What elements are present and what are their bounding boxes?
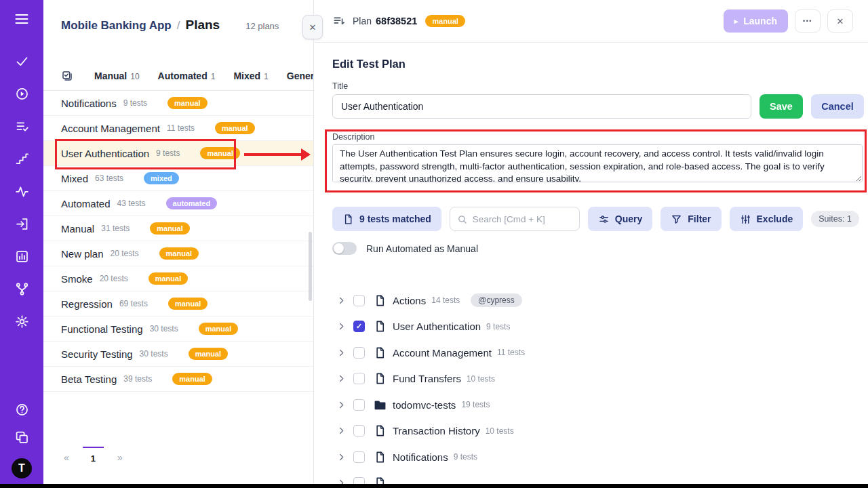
plan-badge: manual xyxy=(215,122,255,134)
toggle-label: Run Automated as Manual xyxy=(366,243,478,254)
chevron-right-icon[interactable] xyxy=(336,348,347,358)
suite-name[interactable]: Fund Transfers xyxy=(393,373,461,384)
chevron-right-icon[interactable] xyxy=(336,452,347,462)
chevron-right-icon[interactable] xyxy=(336,296,347,306)
query-button[interactable]: Query xyxy=(588,207,652,231)
chevron-right-icon[interactable] xyxy=(336,400,347,410)
close-plan-button[interactable]: ✕ xyxy=(827,9,853,33)
title-row: Save Cancel xyxy=(332,94,864,119)
settings-icon[interactable] xyxy=(15,314,29,329)
check-icon[interactable] xyxy=(15,54,29,68)
chevron-right-icon[interactable] xyxy=(336,373,347,384)
pagination-first[interactable]: « xyxy=(60,447,73,463)
report-icon[interactable] xyxy=(15,249,29,264)
suite-name[interactable]: User Authentication xyxy=(393,321,481,332)
project-name[interactable]: Mobile Banking App xyxy=(61,19,172,33)
plan-row[interactable]: Smoke 20 tests manual xyxy=(43,266,313,291)
plan-name: Notifications xyxy=(61,98,117,109)
signin-icon[interactable] xyxy=(15,217,29,231)
plans-tab[interactable]: Gener xyxy=(287,70,313,81)
play-icon: ▸ xyxy=(734,17,738,26)
plan-row[interactable]: Functional Testing 30 tests manual xyxy=(43,317,313,342)
pagination-current-page[interactable]: 1 xyxy=(83,447,104,464)
title-input[interactable] xyxy=(332,94,751,119)
suite-checkbox[interactable] xyxy=(353,425,365,436)
description-textarea[interactable]: The User Authentication Test Plan ensure… xyxy=(332,144,863,182)
plan-row[interactable]: Mixed 63 tests mixed xyxy=(43,166,313,191)
bottom-bar xyxy=(0,484,868,488)
select-all-icon[interactable] xyxy=(61,70,73,82)
plan-row[interactable]: Regression 69 tests manual xyxy=(43,291,313,317)
section-title: Plans xyxy=(186,18,220,33)
page-title: Edit Test Plan xyxy=(332,58,868,70)
plan-row[interactable]: Account Management 11 tests manual xyxy=(43,116,313,141)
suite-checkbox[interactable] xyxy=(353,347,365,359)
plan-tests-count: 39 tests xyxy=(123,374,152,384)
plan-name: Beta Testing xyxy=(61,373,117,385)
pagination-last[interactable]: » xyxy=(113,447,127,463)
save-button[interactable]: Save xyxy=(760,94,803,119)
runs-icon[interactable] xyxy=(15,87,29,101)
suite-row: Actions 14 tests @cypress xyxy=(332,287,868,314)
exclude-button[interactable]: Exclude xyxy=(730,207,804,231)
search-input[interactable] xyxy=(473,214,572,224)
plan-row[interactable]: Manual 31 tests manual xyxy=(43,216,313,241)
app-logo[interactable]: T xyxy=(12,458,32,479)
plans-tab[interactable]: Automated 1 xyxy=(158,70,216,81)
suite-checkbox[interactable] xyxy=(353,321,365,332)
list-check-icon[interactable] xyxy=(15,119,29,134)
breadcrumb-divider: / xyxy=(177,19,180,33)
plan-tests-count: 63 tests xyxy=(95,174,123,183)
suite-checkbox[interactable] xyxy=(353,295,365,306)
chevron-right-icon[interactable] xyxy=(336,321,347,331)
tab-label: Mixed xyxy=(233,70,260,81)
chevron-right-icon[interactable] xyxy=(336,426,347,436)
suite-checkbox[interactable] xyxy=(353,373,365,384)
plan-badge: automated xyxy=(166,197,218,209)
plan-row[interactable]: Security Testing 30 tests manual xyxy=(43,342,313,367)
plans-scrollbar-thumb[interactable] xyxy=(309,232,312,301)
suites-list: Actions 14 tests @cypress User Authentic… xyxy=(332,287,868,470)
plan-badge: manual xyxy=(167,97,208,109)
help-icon[interactable] xyxy=(15,403,29,417)
plan-tests-count: 69 tests xyxy=(119,299,148,308)
plan-row[interactable]: Beta Testing 39 tests manual xyxy=(43,367,313,392)
suite-type-icon xyxy=(374,320,387,333)
plan-badge: manual xyxy=(425,15,465,27)
tab-count: 10 xyxy=(130,72,139,81)
branch-icon[interactable] xyxy=(15,282,29,296)
plan-badge: mixed xyxy=(144,172,179,184)
plan-row[interactable]: New plan 20 tests manual xyxy=(43,241,313,266)
filter-button[interactable]: Filter xyxy=(660,207,721,231)
plan-id: 68f38521 xyxy=(376,16,417,26)
plan-row[interactable]: Automated 43 tests automated xyxy=(43,191,313,216)
suite-name[interactable]: Actions xyxy=(393,295,426,306)
plan-row[interactable]: User Authentication 9 tests manual xyxy=(43,141,313,166)
tests-toolbar: 9 tests matched Query Filter Exclude xyxy=(332,207,868,231)
plans-tab[interactable]: Manual 10 xyxy=(94,70,140,81)
plan-detail-header: Plan 68f38521 manual ▸ Launch ••• ✕ xyxy=(315,0,868,43)
plan-label: Plan xyxy=(353,16,372,26)
tests-matched-button[interactable]: 9 tests matched xyxy=(332,207,441,231)
close-plans-button[interactable]: ✕ xyxy=(302,15,323,39)
plan-row[interactable]: Notifications 9 tests manual xyxy=(43,91,313,116)
activity-icon[interactable] xyxy=(15,184,29,199)
plan-name: Automated xyxy=(61,198,111,209)
suite-checkbox[interactable] xyxy=(353,451,365,463)
plan-name: New plan xyxy=(61,248,104,260)
suite-name[interactable]: Transaction History xyxy=(393,425,480,436)
run-automated-toggle[interactable] xyxy=(332,242,357,255)
suite-checkbox[interactable] xyxy=(353,399,365,411)
suite-tests-count: 10 tests xyxy=(467,374,495,384)
plans-tab[interactable]: Mixed 1 xyxy=(233,70,268,81)
projects-icon[interactable] xyxy=(15,430,29,445)
cancel-button[interactable]: Cancel xyxy=(811,94,864,119)
menu-icon[interactable] xyxy=(14,11,30,27)
plans-tab-list: Manual 10 Automated 1 Mixed 1 Gener xyxy=(94,70,313,81)
suite-name[interactable]: Notifications xyxy=(393,451,448,463)
steps-icon[interactable] xyxy=(15,152,29,166)
launch-button[interactable]: ▸ Launch xyxy=(724,9,788,33)
more-button[interactable]: ••• xyxy=(795,9,821,33)
suite-name[interactable]: todomvc-tests xyxy=(393,399,456,411)
suite-name[interactable]: Account Management xyxy=(393,347,492,359)
